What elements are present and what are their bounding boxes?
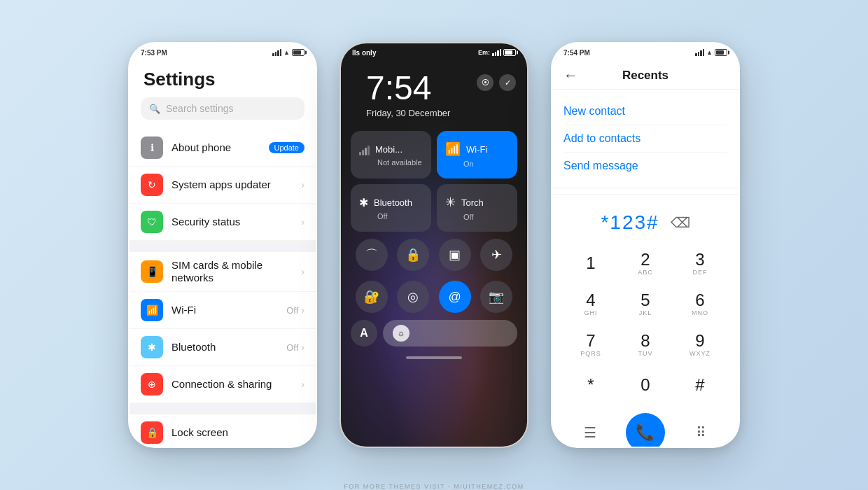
key-6[interactable]: 6 MNO xyxy=(678,286,722,322)
settings-item-connection[interactable]: ⊕ Connection & sharing › xyxy=(130,366,316,403)
cc-camera-icon[interactable]: ⦿ xyxy=(477,74,493,91)
cc-btn-location[interactable]: ◎ xyxy=(397,281,429,313)
search-icon: 🔍 xyxy=(149,104,160,114)
dialpad-row-1: 1 2 ABC 3 DEF xyxy=(564,245,727,281)
chevron-icon: › xyxy=(301,304,304,316)
about-phone-icon: ℹ xyxy=(141,136,163,159)
dialpad-grid-btn[interactable]: ⠿ xyxy=(684,416,718,448)
mobile-label: Mobi... xyxy=(375,144,402,155)
torch-tile-icon: ✳ xyxy=(445,195,456,210)
key-9[interactable]: 9 WXYZ xyxy=(678,326,722,363)
cc-icon-row-1: ⌒ 🔒 ▣ ✈ xyxy=(341,236,527,274)
security-label: Security status xyxy=(172,216,240,227)
lock-screen-label: Lock screen xyxy=(172,426,228,438)
settings-content: Settings 🔍 Search settings ℹ About phone… xyxy=(130,59,316,448)
settings-item-about-phone[interactable]: ℹ About phone Update xyxy=(130,130,316,167)
cc-btn-airplane[interactable]: ✈ xyxy=(480,239,512,271)
add-to-contacts-action[interactable]: Add to contacts xyxy=(564,125,727,153)
cc-content: 7:54 Friday, 30 December ⦿ ✓ xyxy=(341,59,527,359)
recents-header: ← Recents xyxy=(552,59,738,90)
status-bar-phone3: 7:54 PM ▲ xyxy=(552,43,738,59)
dialpad-row-2: 4 GHI 5 JKL 6 MNO xyxy=(564,286,727,322)
section-divider-2 xyxy=(130,403,316,414)
settings-item-system-apps[interactable]: ↻ System apps updater › xyxy=(130,167,316,204)
settings-item-security[interactable]: 🛡 Security status › xyxy=(130,204,316,241)
status-icons-phone1: ▲ xyxy=(272,49,304,56)
dialer-content: ← Recents New contact Add to contacts Se… xyxy=(552,59,738,448)
status-time-phone3: 7:54 PM xyxy=(564,49,590,57)
cc-btn-lock2[interactable]: 🔐 xyxy=(356,281,388,313)
key-star[interactable]: * xyxy=(568,367,613,403)
wifi-value: Off xyxy=(286,305,298,316)
cc-tile-wifi[interactable]: 📶 Wi-Fi On xyxy=(437,131,517,178)
cc-btn-at[interactable]: @ xyxy=(439,281,471,313)
cc-tile-mobile[interactable]: Mobi... Not available xyxy=(351,131,431,178)
cc-btn-camera[interactable]: 📷 xyxy=(480,281,512,313)
key-5[interactable]: 5 JKL xyxy=(623,286,668,322)
cc-clock: 7:54 xyxy=(352,64,464,105)
dialer-display: *123# ⌫ xyxy=(552,200,738,245)
settings-phone: 7:53 PM ▲ Settings 🔍 Search settings ℹ xyxy=(128,42,317,448)
back-button[interactable]: ← xyxy=(564,67,578,83)
dialer-number: *123# xyxy=(601,211,659,234)
security-icon: 🛡 xyxy=(141,211,163,233)
cc-tiles-grid: Mobi... Not available 📶 Wi-Fi On ✱ xyxy=(341,127,527,236)
settings-item-wifi[interactable]: 📶 Wi-Fi Off › xyxy=(130,292,316,329)
search-input[interactable]: Search settings xyxy=(166,103,234,114)
divider xyxy=(552,194,738,195)
wifi-icon: 📶 xyxy=(141,299,163,321)
new-contact-action[interactable]: New contact xyxy=(564,98,727,125)
dialpad: 1 2 ABC 3 DEF 4 GHI xyxy=(552,245,738,403)
key-2[interactable]: 2 ABC xyxy=(623,245,668,281)
key-7[interactable]: 7 PQRS xyxy=(568,326,613,363)
connection-icon: ⊕ xyxy=(141,373,163,396)
settings-page-title: Settings xyxy=(130,59,316,97)
cc-btn-screen[interactable]: ▣ xyxy=(439,239,471,271)
key-0[interactable]: 0 xyxy=(623,367,668,403)
section-divider xyxy=(130,241,316,252)
battery-icon-phone1 xyxy=(292,49,304,56)
lock-screen-icon: 🔒 xyxy=(141,421,163,444)
control-center-phone: lls only Em: 7:54 Friday, 30 December xyxy=(340,42,528,448)
settings-item-lock-screen[interactable]: 🔒 Lock screen xyxy=(130,414,316,448)
bluetooth-tile-icon: ✱ xyxy=(359,196,368,209)
key-4[interactable]: 4 GHI xyxy=(568,286,613,322)
settings-item-sim[interactable]: 📱 SIM cards & mobile networks › xyxy=(130,252,316,292)
bluetooth-icon: ✱ xyxy=(141,336,163,358)
cc-tile-torch[interactable]: ✳ Torch Off xyxy=(437,184,517,232)
cc-brightness-slider[interactable]: ☼ xyxy=(383,320,517,346)
cc-btn-lock[interactable]: 🔒 xyxy=(397,239,429,271)
backspace-button[interactable]: ⌫ xyxy=(671,214,690,231)
settings-item-bluetooth[interactable]: ✱ Bluetooth Off › xyxy=(130,329,316,366)
bluetooth-tile-label: Bluetooth xyxy=(374,197,412,208)
wifi-label: Wi-Fi xyxy=(172,304,196,316)
settings-search-bar[interactable]: 🔍 Search settings xyxy=(141,97,304,120)
sim-label: SIM cards & mobile networks xyxy=(172,259,262,284)
cc-date: Friday, 30 December xyxy=(352,105,464,125)
key-8[interactable]: 8 TUV xyxy=(623,326,668,363)
torch-tile-label: Torch xyxy=(461,197,484,208)
wifi-tile-icon: 📶 xyxy=(445,141,461,157)
cc-home-indicator xyxy=(406,356,462,359)
call-button[interactable]: 📞 xyxy=(626,413,665,448)
cc-btn-wifi2[interactable]: ⌒ xyxy=(356,239,388,271)
status-bar-phone1: 7:53 PM ▲ xyxy=(130,43,316,59)
dialer-section: *123# ⌫ 1 2 ABC 3 DEF xyxy=(552,194,738,448)
system-apps-icon: ↻ xyxy=(141,174,163,196)
key-hash[interactable]: # xyxy=(678,367,722,403)
dialpad-menu-btn[interactable]: ☰ xyxy=(573,416,607,448)
recents-actions: New contact Add to contacts Send message xyxy=(552,90,738,188)
chevron-icon: › xyxy=(301,179,304,190)
cc-settings-icon[interactable]: ✓ xyxy=(499,74,516,91)
chevron-icon: › xyxy=(301,266,304,277)
connection-label: Connection & sharing xyxy=(172,378,272,390)
wifi-tile-sub: On xyxy=(445,160,509,168)
key-3[interactable]: 3 DEF xyxy=(678,245,722,281)
chevron-icon: › xyxy=(301,342,304,353)
cc-font-btn[interactable]: A xyxy=(351,320,377,346)
bluetooth-label: Bluetooth xyxy=(172,341,216,353)
cc-tile-bluetooth[interactable]: ✱ Bluetooth Off xyxy=(351,184,431,232)
key-1[interactable]: 1 xyxy=(568,245,613,281)
chevron-icon: › xyxy=(301,379,304,390)
send-message-action[interactable]: Send message xyxy=(564,153,727,179)
